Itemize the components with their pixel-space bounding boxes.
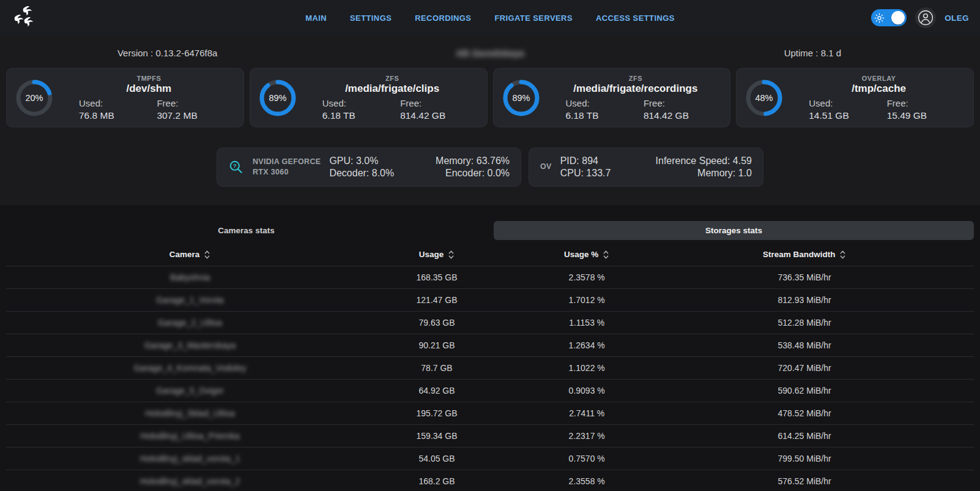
bandwidth-value: 576.52 MiB/hr — [674, 470, 935, 491]
camera-name: Garage_2_Ulitsa — [158, 318, 222, 328]
storage-card: 48% OVERLAY /tmp/cache Used: Free: 14.51… — [736, 68, 974, 127]
used-label: Used: — [566, 98, 644, 108]
svg-text:?: ? — [233, 162, 237, 169]
column-header-usage-percent[interactable]: Usage % — [500, 244, 674, 266]
usage-percent-value: 2.2317 % — [500, 424, 674, 447]
table-row: Holodilnyj_sklad_vorota_1 54.05 GB 0.757… — [6, 447, 974, 470]
usage-percent-value: 2.3558 % — [500, 470, 674, 491]
sun-icon — [874, 13, 885, 23]
usage-value: 159.34 GB — [374, 424, 500, 447]
usage-percent-value: 0.7570 % — [500, 447, 674, 470]
used-value: 76.8 MB — [79, 110, 157, 121]
storage-type-label: ZFS — [306, 75, 478, 82]
usage-value: 195.72 GB — [374, 402, 500, 424]
detector-name: OV — [540, 162, 552, 173]
camera-name: Babyshnia — [170, 272, 210, 282]
donut-percent-label: 89% — [269, 93, 286, 103]
bandwidth-value: 614.25 MiB/hr — [674, 424, 935, 447]
storage-type-label: OVERLAY — [793, 75, 965, 82]
usage-value: 90.21 GB — [374, 334, 500, 356]
version-label: Version : 0.13.2-6476f8a — [6, 48, 329, 58]
user-name[interactable]: OLEG — [945, 13, 969, 23]
donut-percent-label: 20% — [25, 93, 43, 103]
nav-recordings[interactable]: RECORDINGS — [415, 13, 471, 23]
table-header-row: Camera Usage — [6, 244, 974, 266]
sort-icon — [839, 250, 846, 260]
sort-icon — [603, 250, 609, 260]
table-row: Holodilnyj_sklad_vorota_2 168.2 GB 2.355… — [6, 470, 974, 491]
storage-card: 89% ZFS /media/frigate/recordings Used: … — [493, 68, 731, 127]
used-value: 6.18 TB — [322, 110, 400, 121]
donut-chart: 89% — [258, 78, 298, 118]
storage-cards-row: 20% TMPFS /dev/shm Used: Free: 76.8 MB 3… — [6, 68, 974, 127]
free-value: 814.42 GB — [400, 110, 478, 121]
main-nav: MAINSETTINGSRECORDINGSFRIGATE SERVERSACC… — [305, 0, 675, 36]
used-value: 6.18 TB — [566, 110, 644, 121]
storage-card: 20% TMPFS /dev/shm Used: Free: 76.8 MB 3… — [6, 68, 244, 127]
column-header-usage[interactable]: Usage — [374, 244, 500, 266]
camera-name: Garage_3_Masterskaya — [144, 340, 236, 350]
user-avatar[interactable] — [915, 7, 936, 28]
donut-chart: 20% — [14, 78, 54, 118]
camera-name: Holodilnyj_sklad_vorota_1 — [140, 454, 240, 463]
top-bar: MAINSETTINGSRECORDINGSFRIGATE SERVERSACC… — [0, 0, 980, 36]
storage-mount-path: /tmp/cache — [793, 83, 965, 95]
detector-inference-stat: Inference Speed: 4.59 — [656, 156, 752, 167]
gpu-decoder-stat: Decoder: 8.0% — [329, 168, 394, 179]
free-label: Free: — [157, 98, 234, 108]
usage-value: 64.92 GB — [374, 379, 500, 402]
used-value: 14.51 GB — [809, 110, 886, 121]
nav-frigate-servers[interactable]: FRIGATE SERVERS — [494, 13, 573, 23]
detector-card: OV PID: 894 Inference Speed: 4.59 CPU: 1… — [529, 148, 763, 187]
storage-mount-path: /dev/shm — [63, 83, 235, 95]
donut-chart: 48% — [744, 78, 784, 118]
usage-value: 79.63 GB — [374, 311, 500, 334]
gpu-encoder-stat: Encoder: 0.0% — [436, 168, 510, 179]
donut-percent-label: 48% — [755, 93, 773, 103]
usage-value: 168.35 GB — [374, 266, 500, 288]
camera-name: Garage_1_Vorota — [156, 295, 224, 305]
table-row: Garage_5_Dviger 64.92 GB 0.9093 % 590.62… — [6, 379, 974, 402]
bandwidth-value: 590.62 MiB/hr — [674, 379, 935, 402]
camera-name: Garage_4_Komnata_Vodoley — [134, 363, 247, 373]
frigate-logo-icon — [11, 5, 38, 31]
used-label: Used: — [322, 98, 400, 108]
table-row: Garage_1_Vorota 121.47 GB 1.7012 % 812.9… — [6, 288, 974, 311]
nav-access-settings[interactable]: ACCESS SETTINGS — [596, 13, 675, 23]
top-right-controls: OLEG — [871, 7, 969, 28]
camera-name: Holodilnyj_Sklad_Ulitsa — [145, 408, 234, 418]
tab-storages-stats[interactable]: Storages stats — [494, 221, 974, 240]
free-label: Free: — [644, 98, 721, 108]
gpu-search-icon: ? — [228, 159, 244, 175]
toggle-knob — [891, 11, 905, 24]
usage-percent-value: 0.9093 % — [500, 379, 674, 402]
usage-percent-value: 1.1022 % — [500, 356, 674, 379]
detector-pid-stat: PID: 894 — [560, 156, 611, 167]
storage-mount-path: /media/frigate/clips — [306, 83, 478, 95]
hardware-usage-row: ? NVIDIA GEFORCE RTX 3060 GPU: 3.0% Memo… — [6, 148, 974, 187]
detector-stats: PID: 894 Inference Speed: 4.59 CPU: 133.… — [560, 156, 752, 179]
sort-icon — [448, 250, 455, 260]
table-row: Holodilnyj_Ulitsa_Priemka 159.34 GB 2.23… — [6, 424, 974, 447]
theme-toggle[interactable] — [871, 9, 907, 26]
usage-percent-value: 1.7012 % — [500, 288, 674, 311]
free-value: 814.42 GB — [644, 110, 721, 121]
usage-percent-value: 2.3578 % — [500, 266, 674, 288]
storage-type-label: ZFS — [550, 75, 722, 82]
tab-cameras-stats[interactable]: Cameras stats — [6, 221, 486, 240]
table-row: Garage_4_Komnata_Vodoley 78.7 GB 1.1022 … — [6, 356, 974, 379]
donut-percent-label: 89% — [512, 93, 530, 103]
storage-card: 89% ZFS /media/frigate/clips Used: Free:… — [250, 68, 488, 127]
column-header-camera[interactable]: Camera — [6, 244, 374, 266]
gpu-stats: GPU: 3.0% Memory: 63.76% Decoder: 8.0% E… — [329, 156, 510, 179]
usage-percent-value: 1.2634 % — [500, 334, 674, 356]
bandwidth-value: 720.47 MiB/hr — [674, 356, 935, 379]
column-header-stream-bandwidth[interactable]: Stream Bandwidth — [674, 244, 935, 266]
nav-settings[interactable]: SETTINGS — [350, 13, 392, 23]
bandwidth-value: 512.28 MiB/hr — [674, 311, 935, 334]
bandwidth-value: 478.52 MiB/hr — [674, 402, 935, 424]
storage-mount-path: /media/frigate/recordings — [550, 83, 722, 95]
storage-type-label: TMPFS — [63, 75, 235, 82]
used-label: Used: — [79, 98, 157, 108]
nav-main[interactable]: MAIN — [305, 13, 327, 23]
